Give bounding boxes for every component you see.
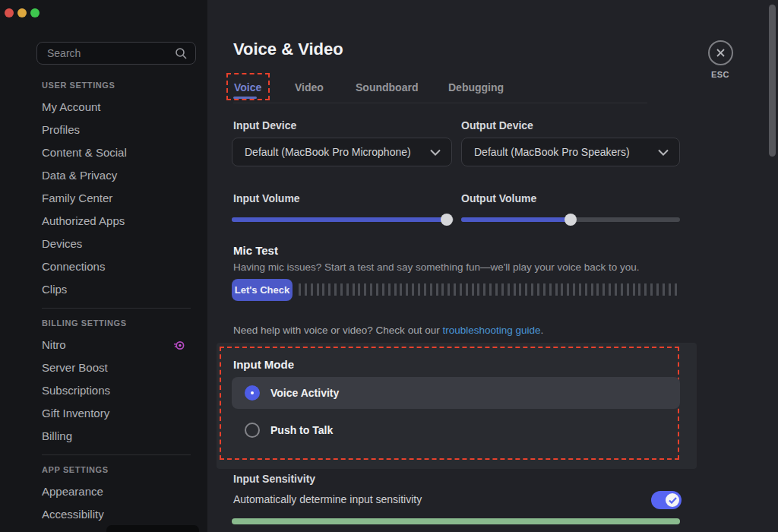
page-title: Voice & Video: [233, 40, 343, 59]
sidebar-item-gift-inventory[interactable]: Gift Inventory: [42, 402, 194, 425]
sidebar-item-nitro[interactable]: Nitro: [42, 334, 194, 356]
chevron-down-icon: [430, 149, 441, 156]
sidebar-item-subscriptions[interactable]: Subscriptions: [42, 379, 194, 402]
radio-voice-activity[interactable]: Voice Activity: [232, 377, 680, 409]
window-minimize-button[interactable]: [17, 8, 27, 17]
settings-sidebar: Search USER SETTINGS My Account Profiles…: [0, 0, 207, 532]
chevron-down-icon: [658, 149, 669, 156]
section-header-app-settings: APP SETTINGS: [42, 462, 194, 477]
radio-button-icon[interactable]: [245, 385, 260, 401]
voice-video-settings-panel: Voice & Video Voice Video Soundboard Deb…: [207, 0, 778, 532]
sidebar-item-data-privacy[interactable]: Data & Privacy: [42, 164, 194, 187]
search-input[interactable]: Search: [36, 42, 196, 65]
tab-debugging[interactable]: Debugging: [448, 81, 504, 93]
window-close-button[interactable]: [5, 8, 14, 17]
esc-label: ESC: [705, 70, 735, 79]
auto-sensitivity-toggle[interactable]: [651, 491, 682, 509]
search-placeholder: Search: [47, 47, 175, 59]
output-device-label: Output Device: [461, 119, 533, 131]
output-volume-slider[interactable]: [461, 217, 680, 222]
output-volume-label: Output Volume: [461, 192, 536, 204]
section-header-billing-settings: BILLING SETTINGS: [42, 315, 194, 331]
sidebar-bottom-panel: [106, 525, 199, 532]
input-sensitivity-label: Input Sensitivity: [233, 473, 315, 485]
sidebar-item-my-account[interactable]: My Account: [42, 96, 194, 119]
sensitivity-level-bar: [232, 518, 680, 524]
window-zoom-button[interactable]: [30, 8, 40, 17]
input-volume-slider[interactable]: [232, 217, 454, 222]
voice-help-text: Need help with voice or video? Check out…: [233, 325, 543, 336]
sidebar-item-billing[interactable]: Billing: [42, 425, 194, 448]
troubleshooting-guide-link[interactable]: troubleshooting guide: [442, 325, 540, 336]
tab-video[interactable]: Video: [295, 81, 324, 93]
output-device-select[interactable]: Default (MacBook Pro Speakers): [461, 138, 680, 166]
sidebar-divider: [42, 454, 191, 455]
input-mode-label: Input Mode: [233, 358, 294, 371]
radio-button-icon[interactable]: [245, 423, 260, 438]
sidebar-item-devices[interactable]: Devices: [42, 233, 194, 255]
tabs-divider: [233, 103, 647, 103]
scrollbar-thumb[interactable]: [769, 5, 776, 157]
mic-test-description: Having mic issues? Start a test and say …: [233, 261, 640, 273]
sidebar-item-clips[interactable]: Clips: [42, 278, 194, 301]
check-icon: [669, 497, 677, 504]
section-header-user-settings: USER SETTINGS: [42, 78, 194, 93]
sidebar-item-profiles[interactable]: Profiles: [42, 119, 194, 141]
mic-test-title: Mic Test: [233, 244, 278, 257]
sidebar-item-family-center[interactable]: Family Center: [42, 187, 194, 210]
close-icon: [716, 48, 726, 58]
sidebar-item-content-social[interactable]: Content & Social: [42, 141, 194, 164]
sidebar-item-authorized-apps[interactable]: Authorized Apps: [42, 210, 194, 233]
discord-settings-window: Search USER SETTINGS My Account Profiles…: [0, 0, 778, 532]
input-volume-label: Input Volume: [233, 192, 300, 204]
toggle-knob[interactable]: [666, 493, 679, 507]
sidebar-item-server-boost[interactable]: Server Boost: [42, 356, 194, 379]
input-device-label: Input Device: [233, 119, 296, 131]
mic-test-meter: [299, 283, 680, 296]
lets-check-button[interactable]: Let's Check: [232, 279, 293, 301]
sidebar-item-accessibility[interactable]: Accessibility: [42, 503, 194, 526]
output-volume-slider-thumb[interactable]: [565, 214, 577, 226]
radio-push-to-talk[interactable]: Push to Talk: [232, 414, 680, 446]
active-tab-underline: [233, 97, 257, 99]
tab-voice[interactable]: Voice: [234, 81, 261, 93]
nitro-icon: [173, 340, 185, 351]
input-mode-section: Input Mode Voice Activity Push to Talk: [217, 343, 697, 469]
input-device-select[interactable]: Default (MacBook Pro Microphone): [232, 138, 452, 166]
search-icon: [175, 47, 188, 60]
close-settings-control: ESC: [705, 40, 735, 79]
input-volume-slider-thumb[interactable]: [441, 214, 453, 226]
sidebar-divider: [42, 308, 191, 309]
tab-soundboard[interactable]: Soundboard: [356, 81, 418, 93]
close-button[interactable]: [708, 40, 733, 65]
sidebar-item-appearance[interactable]: Appearance: [42, 480, 194, 503]
sidebar-nav: USER SETTINGS My Account Profiles Conten…: [42, 78, 194, 526]
auto-sensitivity-label: Automatically determine input sensitivit…: [233, 493, 422, 505]
sidebar-item-connections[interactable]: Connections: [42, 255, 194, 278]
